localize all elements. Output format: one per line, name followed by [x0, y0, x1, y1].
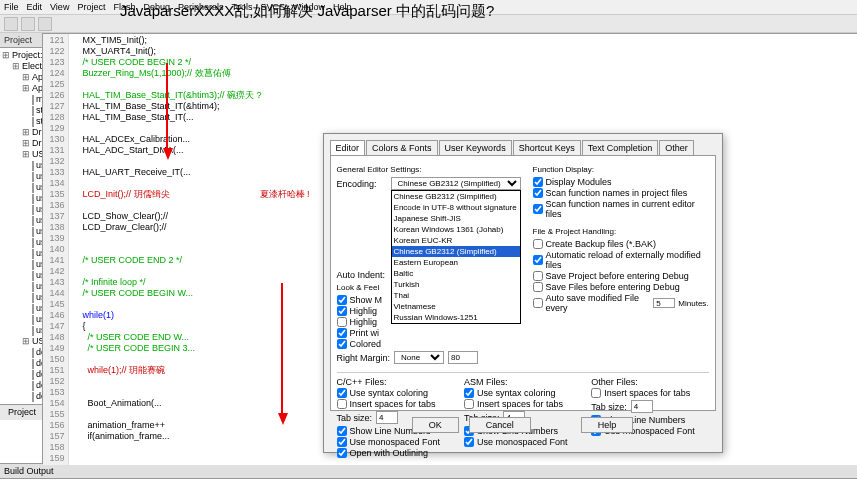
checkbox-row[interactable]: Automatic reload of externally modified …	[533, 250, 709, 270]
encoding-option[interactable]: Vietnamese	[392, 301, 520, 312]
encoding-select[interactable]: Chinese GB2312 (Simplified)	[391, 177, 521, 190]
tree-file[interactable]: user_picture.h	[2, 303, 40, 314]
checkbox[interactable]	[337, 339, 347, 349]
checkbox-row[interactable]: Insert spaces for tabs	[337, 399, 454, 409]
checkbox[interactable]	[337, 426, 347, 436]
checkbox[interactable]	[533, 282, 543, 292]
checkbox-row[interactable]: Use monospaced Font	[464, 437, 581, 447]
tree-file[interactable]: user_dsfcp.c	[2, 314, 40, 325]
checkbox[interactable]	[533, 255, 543, 265]
encoding-dropdown-list[interactable]: Chinese GB2312 (Simplified)Encode in UTF…	[391, 190, 521, 324]
bottom-tab[interactable]: Project	[0, 405, 43, 420]
tb-save-icon[interactable]	[38, 17, 52, 31]
checkbox[interactable]	[464, 388, 474, 398]
checkbox-row[interactable]: Scan function names in current editor fi…	[533, 199, 709, 219]
checkbox-row[interactable]: Scan function names in project files	[533, 188, 709, 198]
cpp-tab-size[interactable]	[376, 411, 398, 424]
tb-open-icon[interactable]	[21, 17, 35, 31]
ok-button[interactable]: OK	[412, 417, 459, 433]
right-margin-select[interactable]: None	[394, 351, 444, 364]
checkbox[interactable]	[533, 271, 543, 281]
tree-group[interactable]: ⊞Drivers/STM32F1xx_HAL_Driver	[2, 127, 40, 138]
checkbox-row[interactable]: Colored	[337, 339, 521, 349]
menu-view[interactable]: View	[50, 2, 69, 12]
dialog-tab[interactable]: User Keywords	[439, 140, 512, 155]
encoding-option[interactable]: Thai	[392, 290, 520, 301]
tree-file[interactable]: main.c	[2, 94, 40, 105]
encoding-option[interactable]: Encode in UTF-8 without signature	[392, 202, 520, 213]
tree-group[interactable]: ⊞Drivers/CMSIS	[2, 138, 40, 149]
dialog-tab[interactable]: Editor	[330, 140, 366, 155]
project-tree[interactable]: ⊞Project: Electronic_Products⊞Electronic…	[0, 48, 42, 404]
tree-file[interactable]: user_operate.c	[2, 160, 40, 171]
tree-file[interactable]: user_timer.c	[2, 193, 40, 204]
tree-file[interactable]: user_display.c	[2, 171, 40, 182]
tree-file[interactable]: user_timer.h	[2, 204, 40, 215]
tree-file[interactable]: user_interrupt.c	[2, 215, 40, 226]
checkbox-row[interactable]: Open with Outlining	[337, 448, 454, 458]
tree-group[interactable]: ⊞USER_SSP	[2, 336, 40, 347]
tree-group[interactable]: ⊞USER_APP	[2, 149, 40, 160]
tree-file[interactable]: stm32f1xx_hal_msp.c	[2, 116, 40, 127]
encoding-option[interactable]: Chinese GB2312 (Simplified)	[392, 191, 520, 202]
tree-file[interactable]: user_math.h	[2, 292, 40, 303]
encoding-option[interactable]: Korean Windows 1361 (Johab)	[392, 224, 520, 235]
encoding-option[interactable]: Turkish	[392, 279, 520, 290]
encoding-option[interactable]: Japanese Shift-JIS	[392, 213, 520, 224]
dialog-tab[interactable]: Other	[659, 140, 694, 155]
checkbox[interactable]	[337, 437, 347, 447]
checkbox-row[interactable]: Insert spaces for tabs	[591, 388, 708, 398]
encoding-option[interactable]: Eastern European	[392, 257, 520, 268]
menu-file[interactable]: File	[4, 2, 19, 12]
checkbox-row[interactable]: Use monospaced Font	[337, 437, 454, 447]
checkbox[interactable]	[533, 188, 543, 198]
tb-new-icon[interactable]	[4, 17, 18, 31]
checkbox-row[interactable]: Save Project before entering Debug	[533, 271, 709, 281]
encoding-option[interactable]: Baltic	[392, 268, 520, 279]
checkbox[interactable]	[533, 239, 543, 249]
checkbox[interactable]	[337, 295, 347, 305]
tree-file[interactable]: user_iic.c	[2, 226, 40, 237]
checkbox-row[interactable]: Use syntax coloring	[464, 388, 581, 398]
dialog-tab[interactable]: Text Completion	[582, 140, 659, 155]
checkbox[interactable]	[533, 177, 543, 187]
tree-file[interactable]: user_delay.h	[2, 259, 40, 270]
checkbox[interactable]	[464, 437, 474, 447]
checkbox[interactable]	[533, 298, 543, 308]
other-tab-size[interactable]	[631, 400, 653, 413]
checkbox[interactable]	[337, 448, 347, 458]
tree-file[interactable]: user_delay.c	[2, 248, 40, 259]
checkbox-row[interactable]: Print wi	[337, 328, 521, 338]
checkbox-row[interactable]: Insert spaces for tabs	[464, 399, 581, 409]
encoding-option[interactable]: Korean EUC-KR	[392, 235, 520, 246]
tree-file[interactable]: user_iic.h	[2, 237, 40, 248]
checkbox[interactable]	[337, 317, 347, 327]
checkbox[interactable]	[337, 306, 347, 316]
checkbox-row[interactable]: Save Files before entering Debug	[533, 282, 709, 292]
encoding-option[interactable]: Chinese GB2312 (Simplified)	[392, 246, 520, 257]
autosave-input[interactable]	[653, 298, 675, 308]
checkbox-row[interactable]: Use syntax coloring	[337, 388, 454, 398]
tree-group[interactable]: ⊞Application/MDK-ARM	[2, 72, 40, 83]
checkbox-row[interactable]: Display Modules	[533, 177, 709, 187]
checkbox[interactable]	[591, 388, 601, 398]
cancel-button[interactable]: Cancel	[469, 417, 531, 433]
tree-group[interactable]: ⊞Application/User/Core	[2, 83, 40, 94]
checkbox[interactable]	[464, 399, 474, 409]
menu-project[interactable]: Project	[77, 2, 105, 12]
checkbox[interactable]	[337, 328, 347, 338]
tree-file[interactable]: user_picture.c	[2, 270, 40, 281]
tree-file[interactable]: user_display.h	[2, 182, 40, 193]
build-output-body[interactable]	[0, 479, 857, 500]
tree-file[interactable]: dcp_204.c	[2, 369, 40, 380]
menu-edit[interactable]: Edit	[27, 2, 43, 12]
tree-file[interactable]: user_dsfcp.h	[2, 325, 40, 336]
tree-project-root[interactable]: ⊞Project: Electronic_Products	[2, 50, 40, 61]
tree-file[interactable]: dcp_229.c	[2, 391, 40, 402]
checkbox[interactable]	[337, 388, 347, 398]
right-margin-input[interactable]	[448, 351, 478, 364]
tree-target[interactable]: ⊞Electronic_Products	[2, 61, 40, 72]
dialog-tab[interactable]: Colors & Fonts	[366, 140, 438, 155]
checkbox[interactable]	[533, 204, 543, 214]
tree-file[interactable]: dcp_204.h	[2, 380, 40, 391]
